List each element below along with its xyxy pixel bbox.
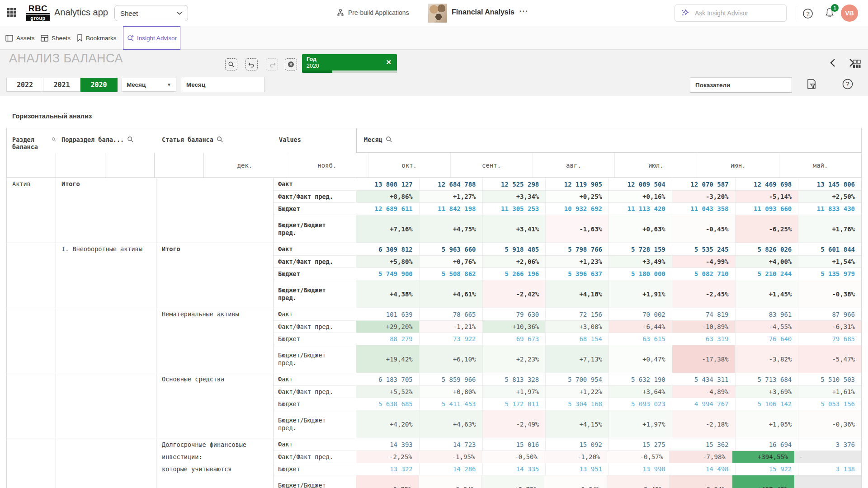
search-icon[interactable] xyxy=(386,136,392,143)
search-icon[interactable] xyxy=(217,136,223,143)
value-cell: +10,36% xyxy=(483,321,546,333)
notifications-bell[interactable]: 1 xyxy=(824,7,837,20)
value-cell: 5 798 766 xyxy=(546,243,609,255)
value-cell: 5 813 328 xyxy=(483,373,546,385)
current-app-title[interactable]: Financial Analysis xyxy=(452,8,514,16)
dimension-cell[interactable] xyxy=(7,243,56,308)
redo-selection-icon[interactable] xyxy=(266,58,278,70)
value-cell: -0,34% xyxy=(544,475,607,488)
dimension-cell[interactable] xyxy=(56,438,156,488)
chip-close-icon[interactable]: ✕ xyxy=(386,58,392,66)
undo-selection-icon[interactable] xyxy=(245,58,258,70)
header-podrazdel[interactable]: Подраздел бала... xyxy=(56,128,156,153)
value-cell: +1,05% xyxy=(736,410,799,438)
assets-button[interactable]: Assets xyxy=(5,26,35,50)
measure-label: Факт/Факт пред. xyxy=(274,321,356,333)
clear-selections-icon[interactable] xyxy=(285,58,297,70)
help-icon[interactable]: ? xyxy=(802,8,814,19)
header-month-label: Месяц xyxy=(364,136,382,143)
measure-label: Факт xyxy=(274,243,356,255)
value-cell: 5 434 311 xyxy=(672,373,736,385)
month-column-header[interactable]: дек. xyxy=(204,153,286,178)
dimension-cell[interactable] xyxy=(56,308,156,373)
value-cell: -6,44% xyxy=(609,321,672,333)
year-button-2021[interactable]: 2021 xyxy=(43,78,80,92)
selection-chip-year[interactable]: Год 2020 ✕ xyxy=(302,54,397,73)
dimension-cell[interactable] xyxy=(156,178,274,243)
indicators-listbox[interactable]: Показатели xyxy=(690,77,792,93)
value-cell: +0,16% xyxy=(609,191,672,202)
app-menu-icon[interactable] xyxy=(7,8,17,18)
value-cell: -1,20% xyxy=(544,451,607,463)
insight-advisor-button[interactable]: Insight Advisor xyxy=(123,26,180,50)
dimension-cell[interactable]: Основные средства xyxy=(156,373,274,438)
month-column-header[interactable]: июл. xyxy=(615,153,697,178)
sheet-selector-dropdown[interactable]: Sheet xyxy=(114,5,188,21)
insight-advisor-searchbox[interactable] xyxy=(675,5,787,22)
value-cell: -0,57% xyxy=(607,451,670,463)
search-icon[interactable] xyxy=(52,136,56,143)
sheet-selector-value: Sheet xyxy=(120,9,138,17)
sheets-button[interactable]: Sheets xyxy=(41,26,71,50)
bookmarks-button[interactable]: Bookmarks xyxy=(77,26,117,50)
month-column-header[interactable]: май. xyxy=(779,153,861,178)
dimension-cell[interactable]: Итого xyxy=(156,243,274,308)
month-column-header[interactable]: нояб. xyxy=(286,153,368,178)
user-avatar[interactable]: VB xyxy=(841,5,858,22)
month-column-header[interactable]: авг. xyxy=(533,153,615,178)
dimension-cell[interactable]: I. Внеоборотные активы xyxy=(56,243,156,308)
value-cell: 12 684 788 xyxy=(420,178,483,190)
value-cell: +1,27% xyxy=(420,191,483,202)
month-column-header[interactable]: окт. xyxy=(368,153,451,178)
value-cell: 11 842 198 xyxy=(420,203,483,215)
value-cell: +5,52% xyxy=(356,386,420,398)
prev-sheet-arrow[interactable] xyxy=(828,58,838,68)
month-column-header[interactable]: июн. xyxy=(697,153,779,178)
dimension-cell[interactable]: Долгосрочные финансовые инвестиции: кото… xyxy=(156,438,274,488)
value-cell: 5 135 979 xyxy=(798,268,861,280)
svg-text:?: ? xyxy=(806,10,809,17)
dropdown-arrow-icon: ▼ xyxy=(167,82,171,87)
month-listbox[interactable]: Месяц xyxy=(181,77,264,92)
prebuild-applications-link[interactable]: Pre-build Applications xyxy=(336,9,409,17)
year-button-2022[interactable]: 2022 xyxy=(6,78,43,92)
search-icon[interactable] xyxy=(127,136,134,143)
value-cell: +5,80% xyxy=(356,256,420,267)
measure-label: Бюджет xyxy=(274,333,356,345)
dimension-cell[interactable] xyxy=(7,373,56,438)
value-cell: +3,41% xyxy=(483,215,546,243)
value-cell: +4,00% xyxy=(736,256,799,267)
page-title: АНАЛИЗ БАЛАНСА xyxy=(9,52,123,66)
value-cell: -2,25% xyxy=(356,451,419,463)
month-listbox-label: Месяц xyxy=(186,81,205,88)
value-cell: 72 156 xyxy=(546,308,609,320)
dimension-cell[interactable] xyxy=(7,438,56,488)
dimension-cell[interactable]: Итого xyxy=(56,178,156,243)
smart-search-icon[interactable] xyxy=(225,58,237,70)
value-cell: 5 713 684 xyxy=(736,373,799,385)
ask-insight-advisor-input[interactable] xyxy=(695,9,772,17)
header-values[interactable]: Values xyxy=(274,128,356,153)
dimension-cell[interactable]: Нематериальные активы xyxy=(156,308,274,373)
filter-document-icon[interactable] xyxy=(806,78,818,90)
month-dropdown[interactable]: Месяц ▼ xyxy=(122,78,176,92)
value-cell: 12 089 504 xyxy=(609,178,672,190)
dimension-cell[interactable] xyxy=(56,373,156,438)
sheet-grid-icon[interactable] xyxy=(852,60,862,69)
more-options-icon[interactable]: ⋯ xyxy=(519,5,528,16)
value-cell: -2,18% xyxy=(672,410,736,438)
dimension-cell[interactable]: Актив xyxy=(7,178,56,243)
app-thumbnail[interactable] xyxy=(428,4,447,23)
value-cell: +0,47% xyxy=(609,345,672,373)
month-column-header[interactable]: сент. xyxy=(451,153,533,178)
value-cell: 14 498 xyxy=(672,463,736,475)
value-cell: -0,36% xyxy=(798,410,861,438)
header-month-dimension[interactable]: Месяц xyxy=(356,128,861,153)
help-circle-icon[interactable]: ? xyxy=(842,78,854,90)
dimension-cell[interactable] xyxy=(7,308,56,373)
header-razdel[interactable]: Раздел баланса xyxy=(7,128,56,153)
value-cell: +2,23% xyxy=(483,345,546,373)
year-button-2020[interactable]: 2020 xyxy=(80,78,118,92)
header-statya[interactable]: Статья баланса xyxy=(156,128,274,153)
value-cell: 101 639 xyxy=(356,308,420,320)
